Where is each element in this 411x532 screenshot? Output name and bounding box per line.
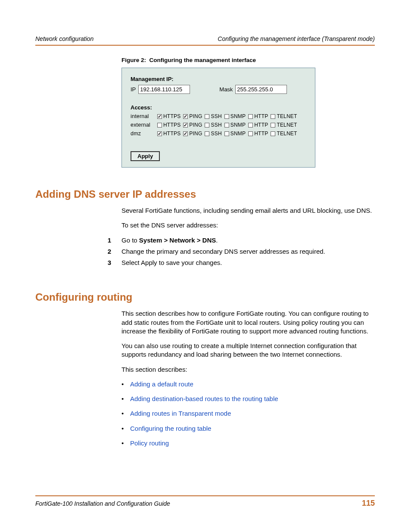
- checkbox-external-snmp[interactable]: [224, 123, 229, 128]
- checkbox-internal-ssh[interactable]: [205, 114, 209, 119]
- heading-routing: Configuring routing: [35, 291, 375, 303]
- checkbox-dmz-telnet[interactable]: [271, 131, 275, 136]
- step-number: 2: [102, 247, 111, 256]
- proto-label: SNMP: [230, 122, 246, 128]
- proto-label: HTTP: [254, 131, 268, 137]
- checkbox-internal-http[interactable]: [248, 114, 253, 119]
- routing-p1: This section describes how to configure …: [121, 309, 375, 336]
- checkbox-internal-https[interactable]: [157, 114, 162, 119]
- proto-label: TELNET: [277, 122, 297, 128]
- iface-label: external: [131, 122, 155, 128]
- xref-link[interactable]: Adding a default route: [130, 380, 193, 389]
- proto-label: SNMP: [230, 113, 246, 119]
- step-text: Change the primary and secondary DNS ser…: [121, 247, 325, 256]
- xref-link[interactable]: Configuring the routing table: [130, 424, 211, 433]
- bullet-row: •Adding destination-based routes to the …: [121, 395, 375, 403]
- dns-intro: Several FortiGate functions, including s…: [121, 206, 375, 215]
- proto-label: HTTP: [254, 113, 268, 119]
- checkbox-external-telnet[interactable]: [271, 123, 275, 128]
- step-row: 2Change the primary and secondary DNS se…: [121, 247, 375, 256]
- ip-label: IP: [131, 86, 136, 93]
- checkbox-dmz-http[interactable]: [248, 131, 253, 136]
- access-row-internal: internalHTTPSPINGSSHSNMPHTTPTELNET: [131, 113, 306, 119]
- xref-link[interactable]: Adding destination-based routes to the r…: [130, 395, 278, 403]
- step-row: 3Select Apply to save your changes.: [121, 258, 375, 267]
- proto-label: PING: [189, 113, 202, 119]
- footer-title: FortiGate-100 Installation and Configura…: [35, 500, 170, 507]
- footer: FortiGate-100 Installation and Configura…: [35, 495, 375, 508]
- xref-link[interactable]: Policy routing: [130, 439, 169, 448]
- bullet-icon: •: [121, 424, 130, 433]
- bullet-icon: •: [121, 380, 130, 389]
- proto-label: SNMP: [230, 131, 246, 137]
- label-management-ip: Management IP:: [131, 76, 306, 82]
- iface-label: dmz: [131, 131, 155, 137]
- checkbox-internal-snmp[interactable]: [224, 114, 229, 119]
- proto-label: HTTPS: [163, 131, 181, 137]
- bullet-icon: •: [121, 439, 130, 448]
- bullet-row: •Adding a default route: [121, 380, 375, 389]
- access-row-dmz: dmzHTTPSPINGSSHSNMPHTTPTELNET: [131, 131, 306, 137]
- checkbox-external-ping[interactable]: [183, 123, 188, 128]
- bullet-icon: •: [121, 395, 130, 403]
- proto-label: SSH: [211, 131, 221, 137]
- step-text: Select Apply to save your changes.: [121, 258, 222, 267]
- figure-management-interface: Management IP: IP Mask Access: internalH…: [121, 68, 315, 168]
- figure-caption: Figure 2: Configuring the management int…: [121, 57, 375, 63]
- page-number: 115: [362, 499, 375, 508]
- xref-link[interactable]: Adding routes in Transparent mode: [130, 409, 231, 418]
- proto-label: TELNET: [277, 131, 297, 137]
- running-header: Network configuration Configuring the ma…: [35, 35, 375, 46]
- step-text: Go to System > Network > DNS.: [121, 236, 218, 245]
- checkbox-internal-telnet[interactable]: [271, 114, 275, 119]
- ip-input[interactable]: [138, 85, 190, 94]
- proto-label: SSH: [211, 122, 221, 128]
- checkbox-external-ssh[interactable]: [205, 123, 209, 128]
- header-right: Configuring the management interface (Tr…: [218, 35, 375, 42]
- proto-label: TELNET: [277, 113, 297, 119]
- apply-button[interactable]: Apply: [131, 151, 160, 161]
- proto-label: PING: [189, 131, 202, 137]
- header-left: Network configuration: [35, 35, 93, 42]
- label-access: Access:: [131, 104, 306, 111]
- bullet-row: •Configuring the routing table: [121, 424, 375, 433]
- routing-p3: This section describes:: [121, 365, 375, 374]
- mask-label: Mask: [219, 86, 233, 93]
- step-number: 3: [102, 258, 111, 267]
- proto-label: PING: [189, 122, 202, 128]
- checkbox-external-http[interactable]: [248, 123, 253, 128]
- step-row: 1Go to System > Network > DNS.: [121, 236, 375, 245]
- proto-label: HTTPS: [163, 122, 181, 128]
- checkbox-external-https[interactable]: [157, 123, 162, 128]
- bullet-row: •Adding routes in Transparent mode: [121, 409, 375, 418]
- access-row-external: externalHTTPSPINGSSHSNMPHTTPTELNET: [131, 122, 306, 128]
- access-grid: internalHTTPSPINGSSHSNMPHTTPTELNETextern…: [131, 113, 306, 137]
- routing-p2: You can also use routing to create a mul…: [121, 342, 375, 359]
- checkbox-dmz-snmp[interactable]: [224, 131, 229, 136]
- mask-input[interactable]: [235, 85, 287, 94]
- proto-label: HTTPS: [163, 113, 181, 119]
- step-number: 1: [102, 236, 111, 245]
- checkbox-dmz-https[interactable]: [157, 131, 162, 136]
- heading-dns: Adding DNS server IP addresses: [35, 188, 375, 200]
- checkbox-dmz-ssh[interactable]: [205, 131, 209, 136]
- iface-label: internal: [131, 113, 155, 119]
- dns-lead: To set the DNS server addresses:: [121, 221, 375, 230]
- bullet-icon: •: [121, 409, 130, 418]
- proto-label: SSH: [211, 113, 221, 119]
- checkbox-dmz-ping[interactable]: [183, 131, 188, 136]
- proto-label: HTTP: [254, 122, 268, 128]
- checkbox-internal-ping[interactable]: [183, 114, 188, 119]
- bullet-row: •Policy routing: [121, 439, 375, 448]
